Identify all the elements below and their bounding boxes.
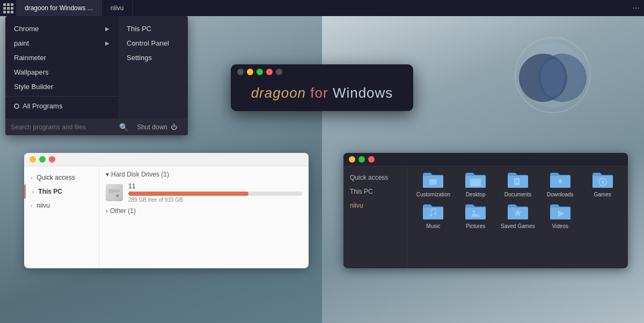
taskbar-more-button[interactable]: ··· bbox=[628, 0, 644, 16]
hard-disk-section-header[interactable]: ▾ Hard Disk Drives (1) bbox=[106, 171, 302, 178]
taskbar-tabs: dragoon for Windows ... niivu bbox=[16, 0, 628, 16]
chevron-down-icon: ▾ bbox=[106, 171, 109, 178]
folder-saved-games-label: Saved Games bbox=[501, 223, 535, 230]
traffic-light-1[interactable] bbox=[237, 69, 244, 75]
disk-bar-fill bbox=[128, 192, 248, 196]
other-section[interactable]: › Other (1) bbox=[106, 207, 302, 215]
arrow-icon: ▶ bbox=[105, 26, 109, 32]
explorer-dark-sidebar: Quick access This PC niivu bbox=[343, 166, 408, 268]
folder-music[interactable]: Music bbox=[414, 202, 452, 230]
folder-customization-icon bbox=[422, 171, 444, 190]
explorer-white-sidebar: › Quick access › This PC › niivu bbox=[24, 166, 99, 268]
dark-tl-minimize[interactable] bbox=[349, 156, 355, 163]
folder-pictures-label: Pictures bbox=[466, 223, 485, 230]
folder-music-icon bbox=[422, 202, 444, 222]
menu-item-chrome[interactable]: Chrome ▶ bbox=[5, 21, 118, 36]
folder-desktop-icon bbox=[464, 171, 487, 190]
folder-documents-icon bbox=[507, 171, 529, 190]
dark-sidebar-niivu[interactable]: niivu bbox=[343, 199, 407, 212]
menu-item-style-builder[interactable]: Style Builder bbox=[5, 79, 118, 94]
folder-pictures-icon bbox=[464, 202, 487, 222]
folder-downloads[interactable]: Downloads bbox=[541, 171, 579, 198]
disk-item: 11 289 GB free of 933 GB bbox=[106, 182, 302, 203]
tab-dragoon[interactable]: dragoon for Windows ... bbox=[16, 0, 102, 16]
circle-icon bbox=[14, 104, 19, 109]
search-bar: 🔍 Shut down ⏻ bbox=[5, 119, 188, 135]
dragoon-title-window: dragoon for Windows bbox=[231, 64, 413, 111]
sidebar-niivu[interactable]: › niivu bbox=[24, 199, 99, 212]
chevron-right-icon: › bbox=[32, 189, 34, 195]
svg-point-19 bbox=[430, 214, 432, 216]
folder-games-icon bbox=[591, 171, 614, 190]
power-icon: ⏻ bbox=[171, 123, 177, 131]
folder-pictures[interactable]: Pictures bbox=[457, 202, 495, 230]
folder-customization[interactable]: Customization bbox=[414, 171, 452, 198]
svg-rect-9 bbox=[470, 179, 481, 186]
title-dragoon: dragoon bbox=[251, 85, 306, 101]
start-menu-main: Chrome ▶ paint ▶ Rainmeter Wallpapers St… bbox=[5, 16, 188, 119]
dark-sidebar-quick-access[interactable]: Quick access bbox=[343, 171, 407, 185]
menu-item-control-panel[interactable]: Control Panel bbox=[118, 36, 188, 50]
tab-niivu[interactable]: niivu bbox=[102, 0, 133, 16]
traffic-light-close[interactable] bbox=[266, 69, 273, 75]
chevron-right-icon: › bbox=[31, 175, 32, 181]
traffic-light-5[interactable] bbox=[276, 69, 282, 75]
folder-games[interactable]: Games bbox=[583, 171, 621, 198]
traffic-light-maximize[interactable] bbox=[257, 69, 263, 75]
start-menu-right: This PC Control Panel Settings bbox=[118, 16, 188, 119]
folder-saved-games-icon bbox=[507, 202, 529, 222]
disk-icon bbox=[106, 184, 123, 201]
grid-menu-button[interactable] bbox=[0, 0, 16, 16]
menu-item-this-pc[interactable]: This PC bbox=[118, 21, 188, 36]
folder-documents-label: Documents bbox=[504, 192, 532, 198]
svg-rect-6 bbox=[109, 189, 120, 193]
folder-desktop[interactable]: Desktop bbox=[457, 171, 495, 198]
folder-videos-icon bbox=[549, 202, 572, 222]
title-windows: Windows bbox=[333, 85, 393, 101]
explorer-white-titlebar bbox=[24, 153, 309, 166]
svg-point-4 bbox=[541, 59, 565, 97]
start-menu-left: Chrome ▶ paint ▶ Rainmeter Wallpapers St… bbox=[5, 16, 118, 119]
svg-point-20 bbox=[434, 213, 436, 215]
dark-tl-close[interactable] bbox=[368, 156, 375, 163]
taskbar: dragoon for Windows ... niivu ··· bbox=[0, 0, 644, 16]
sidebar-quick-access[interactable]: › Quick access bbox=[24, 171, 99, 185]
disk-info: 11 289 GB free of 933 GB bbox=[128, 182, 302, 203]
traffic-light-minimize[interactable] bbox=[247, 69, 253, 75]
start-menu: Chrome ▶ paint ▶ Rainmeter Wallpapers St… bbox=[5, 16, 188, 135]
white-tl-close[interactable] bbox=[49, 156, 55, 163]
svg-rect-10 bbox=[473, 185, 478, 186]
folder-videos[interactable]: Videos bbox=[541, 202, 579, 230]
white-tl-maximize[interactable] bbox=[39, 156, 46, 163]
menu-item-wallpapers[interactable]: Wallpapers bbox=[5, 65, 118, 79]
menu-item-settings[interactable]: Settings bbox=[118, 50, 188, 65]
circle-art bbox=[504, 32, 601, 118]
folder-desktop-label: Desktop bbox=[466, 192, 486, 198]
explorer-dark-body: Quick access This PC niivu Customization bbox=[343, 166, 628, 268]
svg-point-7 bbox=[116, 194, 119, 197]
disk-bar bbox=[128, 192, 302, 196]
folder-customization-label: Customization bbox=[416, 192, 450, 198]
shutdown-button[interactable]: Shut down ⏻ bbox=[131, 121, 182, 133]
svg-point-21 bbox=[473, 210, 475, 212]
chevron-right-icon: › bbox=[31, 203, 32, 209]
explorer-dark-titlebar bbox=[343, 153, 628, 166]
search-icon: 🔍 bbox=[119, 123, 128, 131]
dark-tl-maximize[interactable] bbox=[358, 156, 365, 163]
folder-games-label: Games bbox=[594, 192, 611, 198]
window-titlebar bbox=[231, 64, 413, 79]
menu-item-paint[interactable]: paint ▶ bbox=[5, 36, 118, 50]
folder-documents[interactable]: Documents bbox=[499, 171, 537, 198]
folder-saved-games[interactable]: Saved Games bbox=[499, 202, 537, 230]
dark-sidebar-this-pc[interactable]: This PC bbox=[343, 185, 407, 199]
folder-downloads-icon bbox=[549, 171, 572, 190]
explorer-white: › Quick access › This PC › niivu ▾ Hard … bbox=[24, 153, 309, 268]
menu-item-rainmeter[interactable]: Rainmeter bbox=[5, 50, 118, 65]
folder-downloads-label: Downloads bbox=[547, 192, 573, 198]
grid-icon bbox=[3, 3, 13, 13]
explorer-white-main: ▾ Hard Disk Drives (1) 11 289 GB fr bbox=[99, 166, 309, 268]
search-input[interactable] bbox=[11, 123, 116, 131]
all-programs-button[interactable]: All Programs bbox=[5, 99, 118, 113]
sidebar-this-pc[interactable]: › This PC bbox=[24, 185, 99, 199]
white-tl-minimize[interactable] bbox=[30, 156, 36, 163]
